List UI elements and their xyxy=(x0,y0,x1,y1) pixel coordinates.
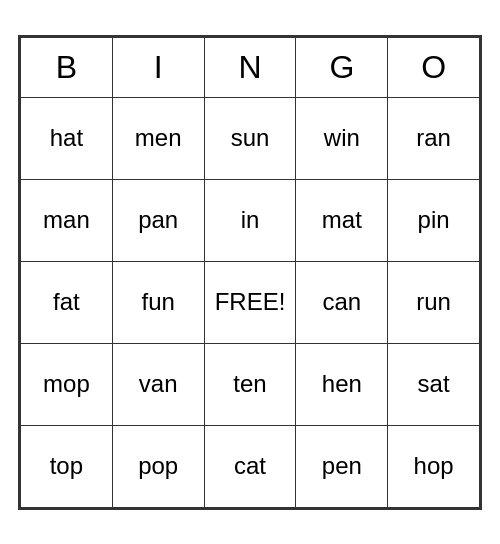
cell-2-3: can xyxy=(296,261,388,343)
cell-0-1: men xyxy=(112,97,204,179)
cell-1-0: man xyxy=(21,179,113,261)
header-letter-o: O xyxy=(388,37,480,97)
header-letter-n: N xyxy=(204,37,296,97)
cell-3-1: van xyxy=(112,343,204,425)
header-letter-b: B xyxy=(21,37,113,97)
cell-0-3: win xyxy=(296,97,388,179)
cell-0-4: ran xyxy=(388,97,480,179)
table-row-3: mopvantenhensat xyxy=(21,343,480,425)
header-letter-i: I xyxy=(112,37,204,97)
cell-4-0: top xyxy=(21,425,113,507)
table-row-2: fatfunFREE!canrun xyxy=(21,261,480,343)
bingo-card: BINGO hatmensunwinranmanpaninmatpinfatfu… xyxy=(18,35,482,510)
cell-3-3: hen xyxy=(296,343,388,425)
cell-1-3: mat xyxy=(296,179,388,261)
cell-1-1: pan xyxy=(112,179,204,261)
bingo-table: BINGO hatmensunwinranmanpaninmatpinfatfu… xyxy=(20,37,480,508)
cell-1-4: pin xyxy=(388,179,480,261)
cell-2-2: FREE! xyxy=(204,261,296,343)
cell-3-2: ten xyxy=(204,343,296,425)
cell-4-4: hop xyxy=(388,425,480,507)
table-row-1: manpaninmatpin xyxy=(21,179,480,261)
cell-0-0: hat xyxy=(21,97,113,179)
cell-2-0: fat xyxy=(21,261,113,343)
header-letter-g: G xyxy=(296,37,388,97)
cell-2-4: run xyxy=(388,261,480,343)
cell-2-1: fun xyxy=(112,261,204,343)
cell-3-0: mop xyxy=(21,343,113,425)
cell-0-2: sun xyxy=(204,97,296,179)
cell-4-2: cat xyxy=(204,425,296,507)
cell-3-4: sat xyxy=(388,343,480,425)
cell-4-3: pen xyxy=(296,425,388,507)
cell-1-2: in xyxy=(204,179,296,261)
cell-4-1: pop xyxy=(112,425,204,507)
table-row-0: hatmensunwinran xyxy=(21,97,480,179)
table-row-4: toppopcatpenhop xyxy=(21,425,480,507)
header-row: BINGO xyxy=(21,37,480,97)
